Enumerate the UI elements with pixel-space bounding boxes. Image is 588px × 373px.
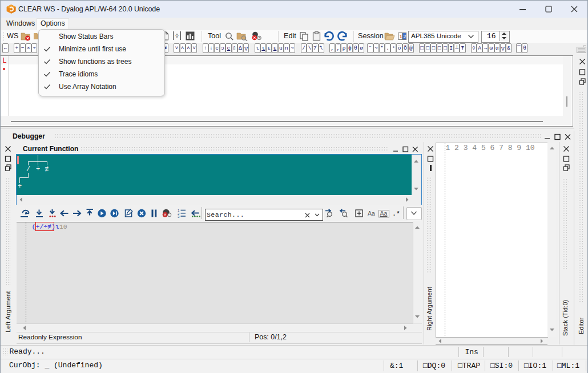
svg-text:3: 3 — [178, 215, 180, 218]
svg-text:Aa: Aa — [368, 210, 375, 217]
svg-text:2: 2 — [404, 34, 406, 39]
svg-text:Aa: Aa — [380, 210, 388, 217]
svg-text:1: 1 — [399, 34, 402, 39]
svg-text:.*: .* — [392, 210, 400, 217]
